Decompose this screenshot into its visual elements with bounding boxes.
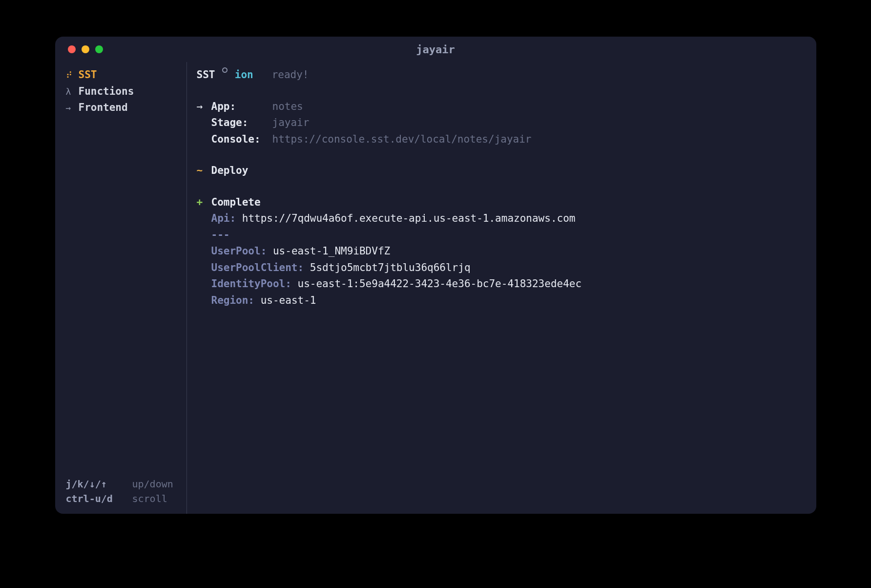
output-value: https://7qdwu4a6of.execute-api.us-east-1… (242, 211, 576, 227)
output-key: Api: (211, 211, 236, 227)
output-value: us-east-1 (261, 293, 316, 309)
output-row: UserPoolClient: 5sdtjo5mcbt7jtblu36q66lr… (197, 260, 805, 276)
blank-line (197, 84, 805, 99)
output-value: 5sdtjo5mcbt7jtblu36q66lrjq (310, 260, 471, 276)
maximize-icon[interactable] (95, 45, 103, 53)
deploy-line: ~Deploy (197, 163, 805, 179)
output-value: us-east-1_NM9iBDVfZ (273, 244, 390, 259)
info-stage: Stage:jayair (197, 115, 805, 131)
complete-label: Complete (211, 195, 261, 210)
sidebar-item-sst[interactable]: ⠞ SST (66, 67, 187, 84)
nav-list: ⠞ SST λ Functions → Frontend (66, 67, 187, 116)
sub-brand: ion (235, 67, 253, 83)
hint-desc: scroll (132, 491, 167, 506)
output-row: Region: us-east-1 (197, 293, 805, 309)
output-key: UserPool: (211, 244, 267, 259)
sidebar-item-label: Frontend (79, 100, 128, 116)
window-title: jayair (55, 42, 816, 58)
sidebar-item-functions[interactable]: λ Functions (66, 84, 187, 100)
hint-desc: up/down (132, 477, 173, 491)
key-hints: j/k/↓/↑ up/down ctrl-u/d scroll (66, 477, 187, 509)
output-row: Api: https://7qdwu4a6of.execute-api.us-e… (197, 210, 805, 227)
output-value: us-east-1:5e9a4422-3423-4e36-bc7e-418323… (298, 276, 582, 292)
output-row: UserPool: us-east-1_NM9iBDVfZ (197, 243, 805, 260)
window-body: ⠞ SST λ Functions → Frontend j/k/↓/↑ up/… (55, 62, 816, 514)
label: App: (211, 99, 272, 115)
sidebar-item-label: SST (79, 67, 97, 83)
brand: SST (197, 67, 215, 83)
header-line: SST ion ready! (197, 67, 805, 84)
sidebar: ⠞ SST λ Functions → Frontend j/k/↓/↑ up/… (55, 62, 187, 514)
terminal-window: jayair ⠞ SST λ Functions → Frontend (55, 37, 816, 514)
output-row: IdentityPool: us-east-1:5e9a4422-3423-4e… (197, 276, 805, 293)
traffic-lights (68, 45, 103, 53)
divider-line: --- (197, 227, 805, 244)
output-key: Region: (211, 293, 255, 309)
value: notes (272, 99, 303, 115)
output-key: UserPoolClient: (211, 260, 304, 276)
console-url[interactable]: https://console.sst.dev/local/notes/jaya… (272, 132, 532, 147)
sidebar-item-frontend[interactable]: → Frontend (66, 100, 187, 116)
deploy-label: Deploy (211, 163, 249, 179)
sidebar-item-label: Functions (79, 84, 134, 100)
close-icon[interactable] (68, 45, 76, 53)
output-key: IdentityPool: (211, 276, 291, 292)
minimize-icon[interactable] (82, 45, 89, 53)
label: Console: (211, 132, 272, 147)
value: jayair (272, 115, 310, 131)
hint-keys: ctrl-u/d (66, 491, 119, 506)
arrow-right-icon: → (66, 101, 74, 114)
arrow-icon: → (197, 99, 211, 115)
hint-row: j/k/↓/↑ up/down (66, 477, 187, 491)
hint-keys: j/k/↓/↑ (66, 477, 119, 491)
main-pane[interactable]: SST ion ready! →App:notes Stage:jayair C… (187, 62, 816, 514)
label: Stage: (211, 115, 272, 131)
status-ring-icon (222, 67, 228, 73)
info-console: Console:https://console.sst.dev/local/no… (197, 131, 805, 148)
spinner-icon: ⠞ (66, 68, 74, 82)
info-app: →App:notes (197, 99, 805, 115)
divider: --- (211, 228, 230, 243)
status-text: ready! (272, 67, 309, 83)
titlebar: jayair (55, 37, 816, 62)
plus-icon: + (197, 195, 211, 210)
lambda-icon: λ (66, 85, 74, 98)
hint-row: ctrl-u/d scroll (66, 491, 187, 506)
blank-line (197, 179, 805, 194)
blank-line (197, 147, 805, 163)
complete-line: +Complete (197, 194, 805, 211)
tilde-icon: ~ (197, 163, 211, 179)
